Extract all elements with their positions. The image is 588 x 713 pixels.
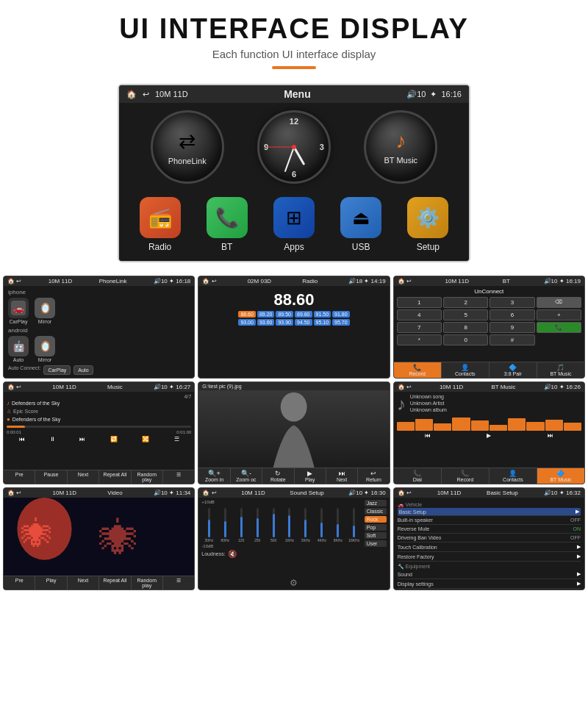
num-plus[interactable]: + [537,309,581,320]
num-3[interactable]: 3 [490,297,534,308]
vid-play[interactable]: Play [35,576,67,590]
return-photo[interactable]: ↩Return [358,468,389,484]
builtin-speaker-row[interactable]: Built-in speaker OFF [398,516,581,525]
vid-home[interactable]: 🏠 ↩ [7,490,21,496]
vid-repeatall[interactable]: Repeat All [99,576,131,590]
freq-89-20[interactable]: 89.20 [257,311,275,318]
driving-ban-row[interactable]: Driveing Ban Video OFF [398,534,581,542]
freq-93-00[interactable]: 93.00 [238,319,256,326]
freq-93-60[interactable]: 93.60 [257,319,275,326]
freq-91-50[interactable]: 91.50 [314,311,331,318]
num-5[interactable]: 5 [443,309,488,320]
btm-record[interactable]: 📞Record [442,468,490,484]
app-apps[interactable]: ⊞ Apps [273,197,315,252]
bt-toolbar-btmusic[interactable]: 🎵BT Music [537,362,584,378]
carplay-connect-btn[interactable]: CarPlay [43,365,71,375]
num-0[interactable]: 0 [443,334,488,345]
bt-toolbar-pair[interactable]: 🔷3:8 Pair [490,362,537,378]
num-hash[interactable]: # [490,334,534,345]
back-icon[interactable]: ↩ [143,90,149,99]
num-9[interactable]: 9 [490,322,534,333]
setup-home[interactable]: 🏠 ↩ [398,490,412,496]
preset-classic[interactable]: Classic [365,508,387,515]
preset-user[interactable]: User [365,540,387,547]
mirror-item2[interactable]: 🪞 Mirror [35,336,55,362]
num-1[interactable]: 1 [397,297,442,308]
freq-95-70[interactable]: 95.70 [332,319,350,326]
play-photo[interactable]: ▶Play [295,468,326,484]
radio-home[interactable]: 🏠 ↩ [202,278,216,284]
btm-dial[interactable]: 📞Dial [394,468,442,484]
phonelink-circle[interactable]: ⇄ PhoneLink [151,110,224,184]
pl-home[interactable]: 🏠 ↩ [7,278,21,284]
music-pre[interactable]: Pre [4,470,35,484]
btmusic-circle[interactable]: ♪ BT Music [364,110,437,184]
preset-soft[interactable]: Soft [365,532,387,539]
auto-item[interactable]: 🤖 Auto [8,336,29,362]
music-list[interactable]: ☰ [163,470,194,484]
freq-95-10[interactable]: 95.10 [314,319,331,326]
snd-home[interactable]: 🏠 ↩ [202,490,216,496]
preset-jazz[interactable]: Jazz [365,500,387,506]
bt-home[interactable]: 🏠 ↩ [398,278,412,284]
vid-next[interactable]: Next [68,576,99,590]
wallpaper-row[interactable]: WallPaper ▶ [398,589,581,590]
basic-setup-row[interactable]: Basic Setup ▶ [398,508,581,516]
rotate[interactable]: ↻Rotate [262,468,294,484]
btm-prev[interactable]: ⏮ [425,432,431,439]
btm-btmusic[interactable]: 🔷BT Music [537,468,584,484]
freq-91-80[interactable]: 91.80 [332,311,350,318]
num-2[interactable]: 2 [443,297,488,308]
freq-88-60[interactable]: 88.60 [238,311,256,318]
music-repeatall[interactable]: Repeat All [99,470,131,484]
btm-next[interactable]: ⏭ [548,432,553,439]
next-photo[interactable]: ⏭Next [326,468,358,484]
vid-list[interactable]: ☰ [163,576,194,590]
freq-89-50[interactable]: 89.50 [276,311,293,318]
num-8[interactable]: 8 [443,322,488,333]
music-random[interactable]: Random play [132,470,163,484]
random-btn[interactable]: 🔀 [142,436,149,443]
preset-rock[interactable]: Rock [365,516,387,523]
restore-factory-row[interactable]: Restore Factory ▶ [398,552,581,562]
app-usb[interactable]: ⏏ USB [340,197,381,252]
freq-94-50[interactable]: 94.50 [295,319,312,326]
eq-settings-icon[interactable]: ⚙ [290,578,298,588]
touch-cal-row[interactable]: Touch Calibration ▶ [398,542,581,552]
num-del[interactable]: ⌫ [537,297,581,308]
btm-play[interactable]: ▶ [487,432,491,439]
freq-89-80[interactable]: 89.80 [295,311,312,318]
sound-row[interactable]: Sound ▶ [398,570,581,579]
bt-toolbar-contacts[interactable]: 👤Contacts [442,362,490,378]
loudness-icon[interactable]: 🔇 [228,550,237,558]
reverse-mute-row[interactable]: Reverse Mute ON [398,525,581,534]
num-call[interactable]: 📞 [537,322,581,333]
mirror-item1[interactable]: 🪞 Mirror [35,298,55,324]
zoom-in[interactable]: 🔍+Zoom in [198,468,230,484]
list-btn[interactable]: ☰ [174,436,179,443]
zoom-out[interactable]: 🔍-Zoom oc [231,468,262,484]
vid-random[interactable]: Random play [132,576,163,590]
num-6[interactable]: 6 [490,309,534,320]
app-setup[interactable]: ⚙️ Setup [407,197,448,252]
music-progress-bar[interactable] [7,426,191,428]
pause-btn[interactable]: ⏸ [49,436,55,443]
music-next[interactable]: Next [68,470,99,484]
carplay-item[interactable]: 🚗 CarPlay [8,298,29,324]
app-radio[interactable]: 📻 Radio [140,197,181,252]
btm-home[interactable]: 🏠 ↩ [398,384,412,390]
num-star[interactable]: * [397,334,442,345]
repeat-btn[interactable]: 🔁 [110,436,118,443]
home-icon[interactable]: 🏠 [126,90,137,99]
next-btn[interactable]: ⏭ [79,436,85,443]
prev-btn[interactable]: ⏮ [19,436,25,443]
num-7[interactable]: 7 [397,322,442,333]
display-row[interactable]: Display settings ▶ [398,579,581,589]
vid-pre[interactable]: Pre [4,576,35,590]
app-bt[interactable]: 📞 BT [207,197,248,252]
preset-pop[interactable]: Pop [365,524,387,531]
freq-93-90[interactable]: 93.90 [276,319,293,326]
auto-connect-btn[interactable]: Auto [74,365,93,375]
num-4[interactable]: 4 [397,309,442,320]
btm-contacts[interactable]: 👤Contacts [490,468,537,484]
